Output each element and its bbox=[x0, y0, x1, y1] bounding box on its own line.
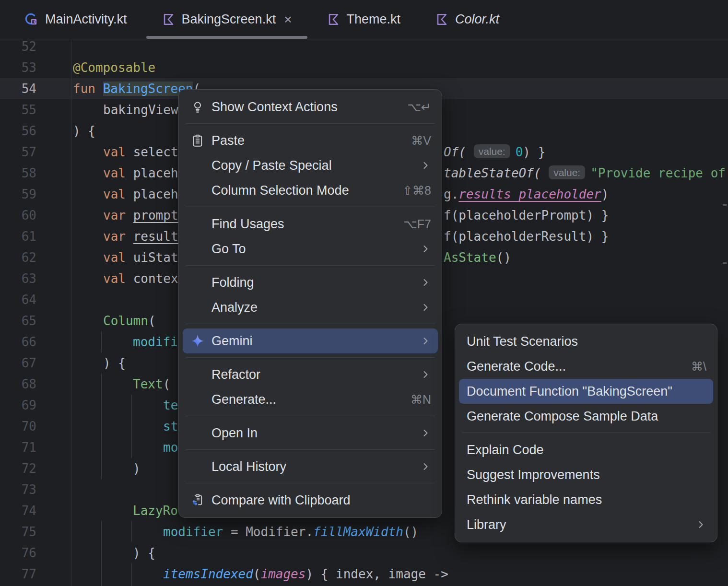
code-token: @Composable bbox=[73, 60, 155, 75]
code-token: bakingView bbox=[103, 103, 178, 117]
code-line-continuation: Of( value:0) } bbox=[444, 141, 545, 163]
lightbulb-icon bbox=[189, 100, 206, 114]
code-token: Modifier. bbox=[246, 525, 313, 539]
line-number: 55 bbox=[0, 99, 36, 120]
menu-item-folding[interactable]: Folding bbox=[183, 270, 438, 295]
code-token: result bbox=[133, 229, 178, 244]
line-number: 72 bbox=[0, 458, 36, 479]
indent-guide bbox=[101, 331, 102, 352]
code-line: val uiStat bbox=[103, 247, 178, 268]
menu-item-label: Open In bbox=[211, 426, 258, 441]
indent-guide bbox=[131, 563, 132, 586]
gemini-icon bbox=[189, 334, 206, 348]
menu-item-analyze[interactable]: Analyze bbox=[183, 295, 438, 320]
menu-item-generate-code[interactable]: Generate Code...⌘\ bbox=[459, 354, 713, 379]
code-token: ( bbox=[163, 377, 171, 391]
code-line: @Composable bbox=[73, 57, 155, 78]
indent-guide bbox=[131, 521, 132, 542]
menu-item-label: Column Selection Mode bbox=[211, 183, 349, 198]
menu-item-shortcut: ⌘V bbox=[411, 134, 431, 148]
menu-item-generate-compose-sample-data[interactable]: Generate Compose Sample Data bbox=[459, 404, 713, 429]
menu-item-label: Find Usages bbox=[211, 217, 284, 232]
line-number: 59 bbox=[0, 184, 36, 205]
menu-item-copy-paste-special[interactable]: Copy / Paste Special bbox=[183, 153, 438, 178]
tab-bakingscreen-kt[interactable]: BakingScreen.kt× bbox=[144, 0, 309, 39]
line-number: 71 bbox=[0, 437, 36, 458]
chevron-right-icon bbox=[420, 427, 431, 439]
line-number: 58 bbox=[0, 163, 36, 184]
code-token: = bbox=[223, 525, 246, 539]
code-token: ( bbox=[253, 567, 261, 581]
code-token: val bbox=[103, 250, 133, 265]
close-icon[interactable]: × bbox=[284, 13, 292, 26]
kotlin-icon bbox=[435, 12, 449, 26]
menu-separator bbox=[186, 324, 435, 324]
chevron-right-icon bbox=[420, 369, 431, 380]
menu-item-go-to[interactable]: Go To bbox=[183, 236, 438, 261]
menu-item-label: Go To bbox=[211, 242, 246, 257]
menu-item-generate[interactable]: Generate...⌘N bbox=[183, 387, 438, 412]
menu-item-column-selection-mode[interactable]: Column Selection Mode⇧⌘8 bbox=[183, 178, 438, 203]
code-token: val bbox=[103, 166, 133, 180]
menu-item-paste[interactable]: Paste⌘V bbox=[183, 128, 438, 153]
menu-item-rethink-variable-names[interactable]: Rethink variable names bbox=[459, 487, 713, 512]
code-token: contex bbox=[133, 271, 178, 286]
tab-mainactivity-kt[interactable]: MainActivity.kt bbox=[7, 0, 144, 39]
menu-item-label: Local History bbox=[211, 459, 286, 474]
menu-item-label: Show Context Actions bbox=[211, 100, 338, 115]
code-token: val bbox=[103, 271, 133, 286]
code-token: ) { bbox=[133, 546, 155, 560]
menu-item-shortcut: ⌥F7 bbox=[403, 217, 431, 231]
menu-item-compare-with-clipboard[interactable]: Compare with Clipboard bbox=[183, 488, 438, 513]
menu-item-label: Rethink variable names bbox=[467, 492, 602, 507]
code-line: val placeh bbox=[103, 163, 178, 184]
code-token: LazyRo bbox=[133, 504, 178, 518]
clipboard-icon bbox=[189, 134, 206, 147]
tab-theme-kt[interactable]: Theme.kt bbox=[309, 0, 418, 39]
code-token: placeh bbox=[133, 187, 178, 201]
compose-activity-icon bbox=[24, 12, 39, 27]
menu-item-gemini[interactable]: Gemini bbox=[183, 328, 438, 353]
menu-item-label: Refactor bbox=[211, 367, 260, 382]
chevron-right-icon bbox=[420, 461, 431, 472]
code-token: fillMaxWidth bbox=[313, 525, 403, 539]
menu-item-label: Compare with Clipboard bbox=[211, 493, 351, 508]
menu-item-explain-code[interactable]: Explain Code bbox=[459, 437, 713, 462]
menu-item-find-usages[interactable]: Find Usages⌥F7 bbox=[183, 211, 438, 236]
code-token: itemsIndexed bbox=[163, 567, 253, 581]
active-tab-underline bbox=[146, 36, 307, 39]
code-token: f(placeholderPrompt) } bbox=[444, 208, 609, 223]
line-number: 60 bbox=[0, 205, 36, 226]
menu-item-library[interactable]: Library bbox=[459, 512, 713, 537]
line-number: 68 bbox=[0, 374, 36, 395]
chevron-right-icon bbox=[420, 160, 431, 171]
menu-item-label: Suggest Improvements bbox=[467, 468, 600, 482]
code-token: st bbox=[163, 419, 178, 434]
menu-item-unit-test-scenarios[interactable]: Unit Test Scenarios bbox=[459, 329, 713, 354]
menu-item-suggest-improvements[interactable]: Suggest Improvements bbox=[459, 462, 713, 487]
menu-item-shortcut: ⇧⌘8 bbox=[402, 184, 431, 198]
code-token: prompt bbox=[133, 208, 178, 223]
tab-color-kt[interactable]: Color.kt bbox=[418, 0, 517, 39]
kotlin-icon bbox=[162, 12, 176, 26]
menu-item-label: Generate Compose Sample Data bbox=[467, 409, 658, 424]
code-token: AsState bbox=[444, 250, 496, 265]
code-line: ) { bbox=[133, 542, 155, 563]
menu-item-document-function-bakingscreen[interactable]: Document Function "BakingScreen" bbox=[459, 379, 713, 404]
code-token: () bbox=[496, 250, 511, 265]
chevron-right-icon bbox=[695, 519, 706, 530]
menu-item-open-in[interactable]: Open In bbox=[183, 421, 438, 445]
menu-item-shortcut: ⌘N bbox=[411, 393, 431, 407]
code-token: mo bbox=[163, 440, 178, 455]
menu-item-local-history[interactable]: Local History bbox=[183, 454, 438, 479]
menu-item-show-context-actions[interactable]: Show Context Actions⌥↵ bbox=[183, 94, 438, 119]
line-number: 73 bbox=[0, 479, 36, 500]
code-token: () bbox=[403, 525, 418, 539]
line-number: 70 bbox=[0, 416, 36, 437]
menu-item-label: Library bbox=[467, 517, 506, 532]
code-token: modifier bbox=[163, 525, 223, 539]
code-token: val bbox=[103, 187, 133, 201]
code-token: ) } bbox=[523, 145, 545, 159]
line-number: 75 bbox=[0, 521, 36, 542]
menu-item-refactor[interactable]: Refactor bbox=[183, 362, 438, 387]
